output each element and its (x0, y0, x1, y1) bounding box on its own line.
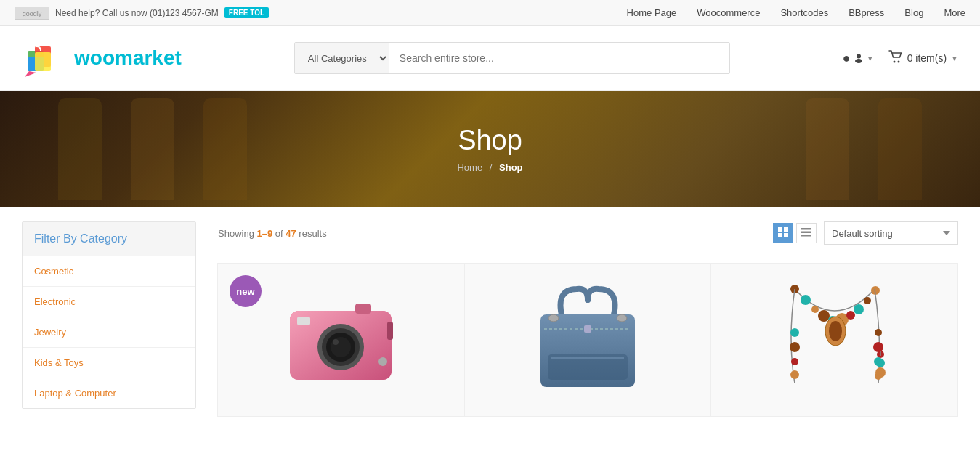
product-grid: new (218, 264, 958, 417)
sidebar-item-electronic[interactable]: Electronic (23, 287, 195, 317)
cart-button[interactable]: 0 item(s) ▼ (888, 50, 958, 67)
breadcrumb-home[interactable]: Home (457, 162, 482, 173)
product-image-bag (465, 264, 711, 416)
search-bar: All Categories (294, 42, 730, 74)
main-content: Filter By Category Cosmetic Electronic J… (0, 207, 980, 431)
products-toolbar: Showing 1–9 of 47 results (218, 221, 958, 252)
svg-point-37 (818, 310, 830, 322)
svg-rect-10 (784, 227, 788, 232)
logo-icon (22, 36, 65, 80)
svg-point-42 (864, 297, 871, 304)
sidebar: Filter By Category Cosmetic Electronic J… (22, 221, 196, 417)
svg-point-35 (801, 295, 811, 305)
bag-svg (526, 274, 649, 405)
svg-point-41 (854, 304, 864, 314)
goodly-logo: goodly (15, 7, 49, 20)
filter-box: Filter By Category Cosmetic Electronic J… (22, 221, 196, 409)
svg-point-50 (790, 328, 799, 337)
grid-icon (778, 227, 788, 240)
svg-rect-23 (297, 317, 310, 325)
svg-rect-14 (801, 231, 811, 233)
nav-woocommerce[interactable]: Woocommerce (697, 7, 760, 18)
svg-point-51 (790, 342, 800, 352)
svg-point-32 (548, 314, 559, 322)
sidebar-item-cosmetic[interactable]: Cosmetic (23, 256, 195, 287)
svg-point-5 (857, 54, 861, 59)
svg-point-8 (897, 60, 899, 62)
svg-rect-3 (35, 52, 51, 71)
breadcrumb-separator: / (490, 162, 493, 173)
help-text: Need help? Call us now (01)123 4567-GM (55, 8, 219, 18)
view-toggle (773, 223, 817, 243)
nav-more[interactable]: More (944, 7, 965, 18)
top-nav: Home Page Woocommerce Shortcodes BBpress… (627, 7, 965, 18)
nav-blog[interactable]: Blog (904, 7, 923, 18)
svg-point-52 (791, 358, 798, 365)
logo[interactable]: woomarket (22, 36, 182, 80)
svg-rect-13 (801, 228, 811, 230)
svg-rect-25 (387, 322, 393, 340)
top-bar-left: goodly Need help? Call us now (01)123 45… (15, 7, 269, 20)
logo-woo: woo (74, 46, 115, 69)
cart-count: 0 item(s) (907, 52, 947, 64)
results-range: 1–9 (256, 228, 272, 239)
svg-rect-29 (584, 325, 591, 333)
breadcrumb: Home / Shop (457, 162, 522, 173)
svg-point-55 (873, 342, 883, 352)
nav-shortcodes[interactable]: Shortcodes (780, 7, 828, 18)
logo-text: woomarket (74, 46, 182, 70)
cart-svg-icon (888, 50, 903, 63)
new-badge: new (230, 275, 262, 307)
sort-select[interactable]: Default sorting Sort by popularity Sort … (824, 221, 958, 245)
logo-market: market (115, 46, 182, 69)
svg-point-36 (811, 306, 819, 313)
sidebar-item-kids-toys[interactable]: Kids & Toys (23, 348, 195, 378)
svg-point-53 (790, 370, 799, 379)
results-count: Showing 1–9 of 47 results (218, 228, 327, 239)
product-image-camera: new (218, 264, 464, 416)
product-card-bag[interactable] (464, 263, 712, 417)
jewelry-svg (773, 274, 896, 405)
nav-bbpress[interactable]: BBpress (849, 7, 884, 18)
header-right: ● ▼ 0 item(s) ▼ (843, 50, 958, 67)
grid-view-button[interactable] (773, 223, 793, 243)
sidebar-item-laptop[interactable]: Laptop & Computer (23, 378, 195, 408)
svg-point-6 (855, 59, 862, 63)
svg-rect-24 (355, 304, 371, 314)
hero-title: Shop (457, 125, 522, 156)
product-image-jewelry (711, 264, 957, 416)
svg-rect-9 (778, 227, 782, 232)
free-toll-badge: FREE TOL (224, 7, 269, 18)
svg-rect-11 (778, 233, 782, 237)
svg-point-40 (846, 311, 855, 320)
svg-point-45 (829, 321, 842, 341)
svg-point-54 (875, 329, 882, 336)
hero-content: Shop Home / Shop (457, 125, 522, 173)
cart-icon (888, 50, 903, 67)
toolbar-right: Default sorting Sort by popularity Sort … (773, 221, 958, 245)
account-button[interactable]: ● ▼ (843, 51, 874, 66)
hero-banner: Shop Home / Shop (0, 91, 980, 207)
category-select[interactable]: All Categories (295, 43, 389, 73)
header: woomarket All Categories ● ▼ 0 (0, 26, 980, 91)
account-chevron-icon: ▼ (867, 54, 874, 62)
svg-rect-15 (801, 235, 811, 237)
breadcrumb-current: Shop (499, 162, 523, 173)
svg-point-7 (893, 60, 895, 62)
svg-point-56 (874, 357, 883, 366)
cart-chevron-icon: ▼ (951, 54, 958, 62)
nav-home-page[interactable]: Home Page (627, 7, 677, 18)
svg-point-57 (875, 373, 882, 380)
svg-point-22 (333, 339, 339, 345)
products-area: Showing 1–9 of 47 results (218, 221, 958, 417)
search-input[interactable] (389, 43, 729, 73)
top-bar: goodly Need help? Call us now (01)123 45… (0, 0, 980, 26)
results-total: 47 (286, 228, 296, 239)
svg-point-26 (378, 357, 387, 366)
sidebar-item-jewelry[interactable]: Jewelry (23, 317, 195, 348)
product-card-camera[interactable]: new (217, 263, 465, 417)
camera-svg (275, 282, 406, 398)
product-card-jewelry[interactable] (710, 263, 958, 417)
list-view-button[interactable] (796, 223, 817, 243)
account-icon: ● (843, 51, 851, 66)
